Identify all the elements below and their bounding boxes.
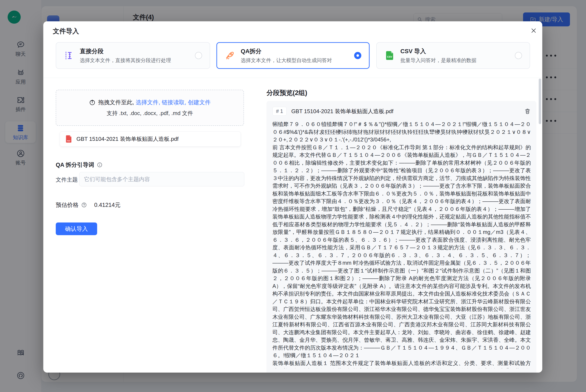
mode-desc: 批量导入问答对，是最精准的数据 [400, 57, 509, 64]
upload-drag-text: 拖拽文件至此, [98, 98, 134, 106]
link-read-link[interactable]: 链接读取, [162, 98, 186, 106]
delete-chunk-icon[interactable] [524, 108, 531, 114]
svg-text:CSV: CSV [387, 55, 392, 58]
radio-direct-segment[interactable] [195, 52, 202, 59]
qa-prompt-label-row: QA 拆分引导词 [56, 161, 103, 169]
pdf-file-icon: PDF [65, 135, 73, 143]
modal-title: 文件导入 [53, 27, 79, 36]
mode-desc: 选择文本文件，直接将其按分段进行处理 [80, 57, 189, 64]
preview-title: 分段预览(2组) [267, 88, 307, 97]
price-label: 预估价格 [56, 201, 79, 209]
mode-card-csv-import[interactable]: CSV CSV 导入 批量导入问答对，是最精准的数据 [376, 42, 530, 69]
uploaded-file-item[interactable]: PDF GBT 15104-2021 装饰单板贴面人造板.pdf [60, 132, 241, 146]
chunk-source-file: GBT 15104-2021 装饰单板贴面人造板.pdf [291, 108, 519, 115]
mode-card-direct-segment[interactable]: 直接分段 选择文本文件，直接将其按分段进行处理 [56, 42, 210, 69]
mode-title: CSV 导入 [400, 47, 509, 55]
uploaded-file-name: GBT 15104-2021 装饰单板贴面人造板.pdf [77, 135, 179, 143]
radio-qa-split[interactable] [354, 52, 361, 59]
price-row: 预估价格 0.41214元 [56, 201, 121, 209]
close-button[interactable] [529, 26, 538, 35]
chunk-index-badge: # 1 [272, 107, 287, 116]
confirm-import-button[interactable]: 确认导入 [56, 222, 97, 235]
rocket-icon [225, 50, 235, 61]
radio-csv-import[interactable] [515, 52, 522, 59]
mode-desc: 选择文本文件，让大模型自动生成问答对 [241, 57, 349, 64]
scrollbar-thumb[interactable] [539, 78, 541, 124]
close-icon [530, 28, 537, 34]
topic-input[interactable] [79, 172, 244, 186]
mode-title: 直接分段 [80, 47, 189, 55]
mode-card-qa-split[interactable]: QA拆分 选择文本文件，让大模型自动生成问答对 [216, 42, 370, 69]
csv-file-icon: CSV [384, 50, 395, 61]
price-value: 0.41214元 [94, 201, 121, 209]
qa-prompt-label: QA 拆分引导词 [56, 161, 94, 169]
svg-text:PDF: PDF [67, 140, 70, 142]
file-import-modal: 文件导入 直接分段 选择文本文件，直接将其按分段进行处理 [43, 21, 542, 372]
mode-title: QA拆分 [241, 47, 349, 55]
upload-icon [89, 99, 96, 106]
topic-label: 文件主题 [56, 176, 78, 184]
divider [43, 78, 542, 78]
create-file-link[interactable]: 创建文件 [188, 98, 211, 106]
preview-chunk: # 1 GBT 15104-2021 装饰单板贴面人造板.pdf 犐犆犛７９．０… [267, 101, 536, 372]
question-icon[interactable] [81, 202, 87, 208]
upload-support-text: 支持 .txt, .doc, .docx, .pdf, .md 文件 [107, 110, 193, 117]
screen: 聊天 应用 插件 知识库 [0, 0, 586, 392]
select-file-link[interactable]: 选择文件, [136, 98, 160, 106]
upload-dropzone[interactable]: 拖拽文件至此, 选择文件, 链接读取, 创建文件 支持 .txt, .doc, … [56, 90, 244, 126]
segment-icon [64, 50, 74, 61]
info-icon[interactable] [97, 162, 103, 168]
chunk-text: 犐犆犛７９．０６０犆犆犛犅７０!"＃＄％＆''()*犌犅／犜１５１０４—２０２１… [272, 120, 531, 368]
